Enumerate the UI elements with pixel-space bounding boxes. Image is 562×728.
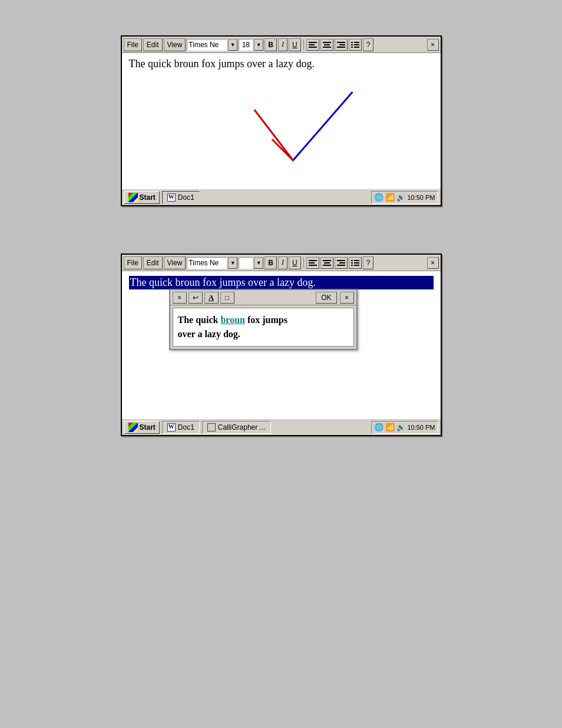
windows-logo-1 bbox=[128, 193, 138, 202]
svg-rect-15 bbox=[309, 260, 317, 261]
svg-rect-0 bbox=[309, 42, 317, 43]
calligraph-icon bbox=[207, 423, 216, 431]
windows-logo-2 bbox=[128, 423, 138, 432]
spell-font-button[interactable]: A bbox=[204, 292, 219, 304]
svg-rect-10 bbox=[354, 42, 359, 43]
svg-rect-28 bbox=[351, 265, 353, 266]
spell-text-line2: over a lazy dog. bbox=[178, 327, 349, 341]
svg-rect-18 bbox=[323, 260, 331, 261]
volume-icon-2: 🔊 bbox=[396, 423, 405, 431]
align-center-button[interactable] bbox=[320, 39, 333, 51]
svg-rect-12 bbox=[354, 44, 359, 45]
document-text-1: The quick broun fox jumps over a lazy do… bbox=[129, 58, 434, 70]
bold-button[interactable]: B bbox=[265, 38, 277, 51]
clock: 10:50 PM bbox=[407, 194, 435, 201]
view-menu-2[interactable]: View bbox=[164, 256, 186, 269]
svg-rect-21 bbox=[337, 260, 345, 261]
svg-rect-27 bbox=[354, 262, 359, 263]
list-button-2[interactable] bbox=[349, 257, 362, 269]
separator-2 bbox=[303, 258, 304, 268]
svg-rect-16 bbox=[309, 262, 315, 263]
svg-rect-13 bbox=[351, 47, 353, 48]
taskbar-doc2[interactable]: Doc1 bbox=[162, 421, 200, 434]
bold-button-2[interactable]: B bbox=[265, 256, 277, 269]
italic-button-2[interactable]: I bbox=[278, 256, 287, 269]
toolbar-2: File Edit View Times Ne ▼ ▼ B I U bbox=[122, 255, 441, 271]
svg-rect-20 bbox=[323, 265, 331, 266]
svg-rect-11 bbox=[351, 44, 353, 45]
svg-rect-19 bbox=[324, 262, 330, 263]
document-area-2: The quick broun fox jumps over a lazy do… bbox=[122, 271, 441, 419]
spell-ok-button[interactable]: OK bbox=[316, 292, 336, 304]
size-selector-2[interactable] bbox=[239, 257, 253, 269]
checkmark-svg bbox=[129, 75, 434, 181]
edit-menu[interactable]: Edit bbox=[143, 38, 163, 51]
file-menu-2[interactable]: File bbox=[124, 256, 142, 269]
help-button-2[interactable]: ? bbox=[363, 256, 374, 269]
network-icon-3: 🌐 bbox=[374, 423, 384, 431]
size-dropdown-arrow[interactable]: ▼ bbox=[254, 39, 263, 51]
spell-close-button[interactable]: × bbox=[340, 292, 354, 304]
taskbar-doc1[interactable]: Doc1 bbox=[162, 191, 200, 204]
document-area-1: The quick broun fox jumps over a lazy do… bbox=[122, 53, 441, 189]
svg-rect-4 bbox=[324, 44, 330, 45]
network-icon-4: 📶 bbox=[385, 423, 395, 431]
svg-rect-24 bbox=[351, 260, 353, 261]
network-icon-1: 🌐 bbox=[374, 193, 384, 202]
network-icon-2: 📶 bbox=[385, 193, 395, 202]
align-right-button-2[interactable] bbox=[335, 257, 348, 269]
drawing-canvas-1[interactable] bbox=[129, 75, 434, 181]
font-selector-2[interactable]: Times Ne bbox=[187, 257, 227, 269]
taskbar-1: Start Doc1 🌐 📶 🔊 10:50 PM bbox=[122, 189, 441, 205]
list-button[interactable] bbox=[349, 39, 362, 51]
start-button-1[interactable]: Start bbox=[124, 191, 160, 204]
window-2: File Edit View Times Ne ▼ ▼ B I U bbox=[121, 253, 442, 436]
svg-rect-8 bbox=[337, 47, 345, 48]
size-selector[interactable]: 18 bbox=[239, 39, 253, 51]
start-button-2[interactable]: Start bbox=[124, 421, 160, 434]
align-left-button-2[interactable] bbox=[306, 257, 319, 269]
svg-rect-7 bbox=[339, 44, 345, 45]
svg-rect-14 bbox=[354, 47, 359, 48]
taskbar-calligraph[interactable]: CalliGrapher ... bbox=[202, 421, 271, 434]
separator-1 bbox=[303, 39, 304, 50]
font-dropdown-arrow-2[interactable]: ▼ bbox=[228, 257, 237, 269]
align-right-button[interactable] bbox=[335, 39, 348, 51]
edit-menu-2[interactable]: Edit bbox=[143, 256, 163, 269]
font-dropdown-arrow[interactable]: ▼ bbox=[228, 39, 237, 51]
italic-button[interactable]: I bbox=[278, 38, 287, 51]
svg-rect-6 bbox=[337, 42, 345, 43]
spell-text-line1: The quick broun fox jumps bbox=[178, 313, 349, 327]
volume-icon: 🔊 bbox=[396, 193, 405, 202]
svg-rect-5 bbox=[323, 47, 331, 48]
svg-rect-26 bbox=[351, 262, 353, 263]
spell-delete-button[interactable]: × bbox=[173, 292, 187, 304]
window-1: File Edit View Times Ne ▼ 18 ▼ B I U bbox=[121, 35, 442, 206]
svg-rect-1 bbox=[309, 44, 315, 45]
clock-2: 10:50 PM bbox=[407, 424, 435, 431]
spell-toolbar: × ↩ A □ OK × bbox=[170, 290, 356, 305]
close-button-2[interactable]: × bbox=[427, 257, 439, 269]
svg-rect-29 bbox=[354, 265, 359, 266]
svg-rect-17 bbox=[309, 265, 317, 266]
spell-undo-button[interactable]: ↩ bbox=[189, 292, 203, 304]
taskbar-right-1: 🌐 📶 🔊 10:50 PM bbox=[371, 191, 438, 204]
underline-button-2[interactable]: U bbox=[289, 256, 301, 269]
svg-rect-3 bbox=[323, 42, 331, 43]
close-button[interactable]: × bbox=[427, 39, 439, 51]
view-menu[interactable]: View bbox=[164, 38, 186, 51]
help-button[interactable]: ? bbox=[363, 38, 374, 51]
word-icon-1 bbox=[167, 193, 176, 202]
spell-rect-button[interactable]: □ bbox=[220, 292, 234, 304]
taskbar-right-2: 🌐 📶 🔊 10:50 PM bbox=[371, 421, 438, 434]
file-menu[interactable]: File bbox=[124, 38, 142, 51]
selected-text: The quick broun fox jumps over a lazy do… bbox=[129, 276, 434, 289]
align-center-button-2[interactable] bbox=[320, 257, 333, 269]
system-tray-2: 🌐 📶 🔊 10:50 PM bbox=[371, 421, 438, 434]
font-selector[interactable]: Times Ne bbox=[187, 39, 227, 51]
align-left-button[interactable] bbox=[306, 39, 319, 51]
spell-misspelled-word: broun bbox=[220, 315, 245, 325]
taskbar-2: Start Doc1 CalliGrapher ... 🌐 📶 🔊 10:50 … bbox=[122, 419, 441, 435]
size-dropdown-arrow-2[interactable]: ▼ bbox=[254, 257, 263, 269]
underline-button[interactable]: U bbox=[289, 38, 301, 51]
